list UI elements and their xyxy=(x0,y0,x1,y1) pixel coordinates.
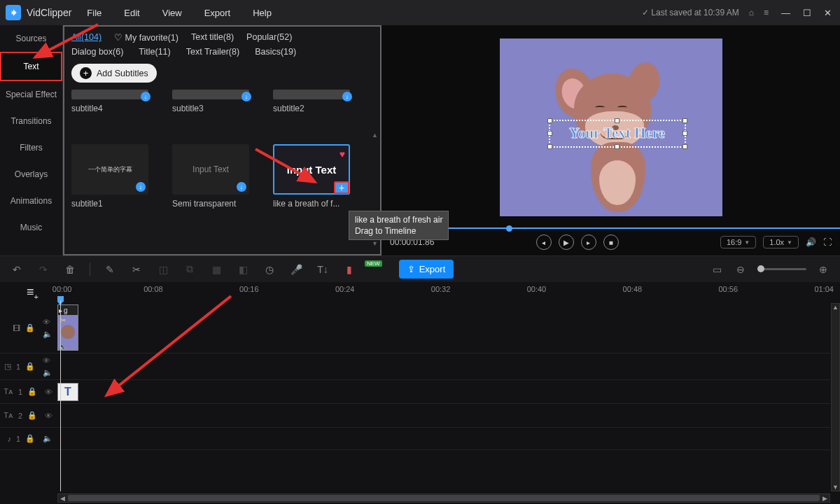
split-tool[interactable]: ✂ xyxy=(130,262,144,276)
play-button[interactable]: ▶ xyxy=(559,234,574,250)
zoom-slider[interactable] xyxy=(757,268,806,270)
freeze-tool[interactable]: ◧ xyxy=(236,262,250,276)
menu-icon[interactable]: ≡ xyxy=(764,8,769,18)
prev-frame-button[interactable]: ◂ xyxy=(536,234,552,250)
visibility-icon[interactable]: 👁 xyxy=(43,356,52,365)
tab-basics[interactable]: Basics(19) xyxy=(255,47,296,57)
resize-handle[interactable] xyxy=(547,131,552,136)
add-subtitles-button[interactable]: + Add Subtitles xyxy=(71,64,157,83)
grid-item-subtitle1[interactable]: 一个简单的字幕↓ subtitle1 xyxy=(71,144,161,230)
minimize-button[interactable]: — xyxy=(778,6,793,20)
new-feature-tool[interactable]: ▮ xyxy=(342,262,356,276)
aspect-ratio-select[interactable]: 16:9▼ xyxy=(720,236,756,248)
tab-popular[interactable]: Popular(52) xyxy=(246,32,292,43)
visibility-icon[interactable]: 👁 xyxy=(43,318,52,326)
preview-progress[interactable] xyxy=(382,227,840,229)
edit-tool[interactable]: ✎ xyxy=(103,262,117,276)
delete-button[interactable]: 🗑 xyxy=(63,262,77,276)
scroll-left-icon[interactable]: ◀ xyxy=(58,494,67,502)
preview-canvas[interactable]: Your Text Here xyxy=(500,38,722,216)
mute-icon[interactable]: 🔈 xyxy=(43,368,52,377)
sidebar-item-transitions[interactable]: Transitions xyxy=(0,108,62,134)
redo-button[interactable]: ↷ xyxy=(36,262,50,276)
tab-favorite[interactable]: My favorite(1) xyxy=(114,32,178,43)
undo-button[interactable]: ↶ xyxy=(10,262,24,276)
fullscreen-icon[interactable]: ⛶ xyxy=(823,237,832,247)
volume-icon[interactable]: 🔊 xyxy=(806,237,816,247)
download-icon[interactable]: ↓ xyxy=(237,182,246,192)
fit-timeline-button[interactable]: ▭ xyxy=(710,262,724,276)
heart-icon[interactable]: ♥ xyxy=(340,148,345,160)
timeline-v-scrollbar[interactable]: ▲▼ xyxy=(831,303,840,491)
resize-handle[interactable] xyxy=(682,118,687,123)
tab-text-trailer[interactable]: Text Trailer(8) xyxy=(186,47,239,57)
lock-icon[interactable]: 🔒 xyxy=(25,362,35,371)
tab-title[interactable]: Title(11) xyxy=(139,47,170,57)
lock-icon[interactable]: 🔒 xyxy=(27,387,37,396)
mute-icon[interactable]: 🔈 xyxy=(43,330,52,339)
text-overlay-box[interactable]: Your Text Here xyxy=(549,120,686,148)
duration-tool[interactable]: ◷ xyxy=(262,262,276,276)
sidebar-item-text[interactable]: Text xyxy=(0,52,62,81)
next-frame-button[interactable]: ▸ xyxy=(581,234,596,250)
tab-dialog-box[interactable]: Dialog box(6) xyxy=(71,47,123,57)
crop-tool[interactable]: ◫ xyxy=(156,262,170,276)
menu-edit[interactable]: Edit xyxy=(124,8,139,18)
menu-help[interactable]: Help xyxy=(253,8,272,18)
tab-text-title[interactable]: Text title(8) xyxy=(191,32,234,43)
audio-track[interactable]: ♪ 1 🔒 🔈 xyxy=(0,428,830,450)
resize-handle[interactable] xyxy=(547,118,552,123)
preview-progress-handle[interactable] xyxy=(506,225,512,232)
add-track-button[interactable]: ≡+ xyxy=(25,284,40,302)
speed-select[interactable]: 1.0x▼ xyxy=(763,236,799,248)
text-track-1[interactable]: Tᴀ 1 🔒 👁 T xyxy=(0,380,830,404)
zoom-slider-thumb[interactable] xyxy=(757,265,764,272)
sidebar-item-animations[interactable]: Animations xyxy=(0,188,62,214)
download-icon[interactable]: ↓ xyxy=(136,182,146,192)
sidebar-item-overlays[interactable]: Overlays xyxy=(0,161,62,188)
visibility-icon[interactable]: 👁 xyxy=(45,388,52,396)
menu-file[interactable]: File xyxy=(87,8,102,18)
tab-all[interactable]: All(104) xyxy=(71,32,102,43)
resize-handle[interactable] xyxy=(615,118,620,123)
stop-button[interactable]: ■ xyxy=(603,234,619,250)
lock-icon[interactable]: 🔒 xyxy=(27,411,37,420)
resize-handle[interactable] xyxy=(547,144,552,149)
home-icon[interactable]: ⌂ xyxy=(749,8,754,18)
resize-handle[interactable] xyxy=(615,144,620,149)
voiceover-tool[interactable]: 🎤 xyxy=(289,262,303,276)
lock-icon[interactable]: 🔒 xyxy=(25,323,35,332)
timeline-h-scrollbar[interactable]: ◀ ▶ xyxy=(57,493,830,503)
grid-item-subtitle3[interactable]: ↓ subtitle3 xyxy=(172,90,262,134)
overlay-text[interactable]: Your Text Here xyxy=(569,125,665,142)
text-tool[interactable]: T↓ xyxy=(316,262,330,276)
grid-item-subtitle4[interactable]: ↓ subtitle4 xyxy=(71,90,161,134)
maximize-button[interactable]: ☐ xyxy=(800,6,814,20)
export-button[interactable]: ⇪ Export xyxy=(399,260,454,279)
download-icon[interactable]: ↓ xyxy=(241,92,251,102)
pip-track[interactable]: ◳ 1 🔒 👁🔈 xyxy=(0,354,830,380)
grid-item-subtitle2[interactable]: ↓ subtitle2 xyxy=(273,90,363,134)
sidebar-item-music[interactable]: Music xyxy=(0,214,62,241)
resize-handle[interactable] xyxy=(682,131,687,136)
mute-icon[interactable]: 🔈 xyxy=(43,434,52,443)
zoom-out-button[interactable]: ⊖ xyxy=(734,262,748,276)
zoom-in-button[interactable]: ⊕ xyxy=(816,262,830,276)
download-icon[interactable]: ↓ xyxy=(141,92,150,102)
add-to-timeline-button[interactable]: + xyxy=(334,181,349,194)
resize-handle[interactable] xyxy=(682,144,687,149)
mosaic-tool[interactable]: ▦ xyxy=(209,262,223,276)
sidebar-item-sources[interactable]: Sources xyxy=(0,25,62,52)
close-button[interactable]: ✕ xyxy=(821,6,834,20)
text-track-2[interactable]: Tᴀ 2 🔒 👁 xyxy=(0,404,830,428)
copy-tool[interactable]: ⧉ xyxy=(183,262,197,276)
scroll-right-icon[interactable]: ▶ xyxy=(820,494,830,502)
sidebar-item-filters[interactable]: Filters xyxy=(0,134,62,161)
sidebar-item-special-effect[interactable]: Special Effect xyxy=(0,81,62,108)
time-ruler[interactable]: 00:00 00:08 00:16 00:24 00:32 00:40 00:4… xyxy=(57,285,830,299)
menu-export[interactable]: Export xyxy=(204,8,231,18)
video-track[interactable]: 🎞 🔒 👁🔈 ▸g ✂ 🔈 xyxy=(0,303,830,354)
download-icon[interactable]: ↓ xyxy=(342,92,352,102)
menu-view[interactable]: View xyxy=(162,8,182,18)
scrollbar-thumb[interactable] xyxy=(68,495,820,501)
